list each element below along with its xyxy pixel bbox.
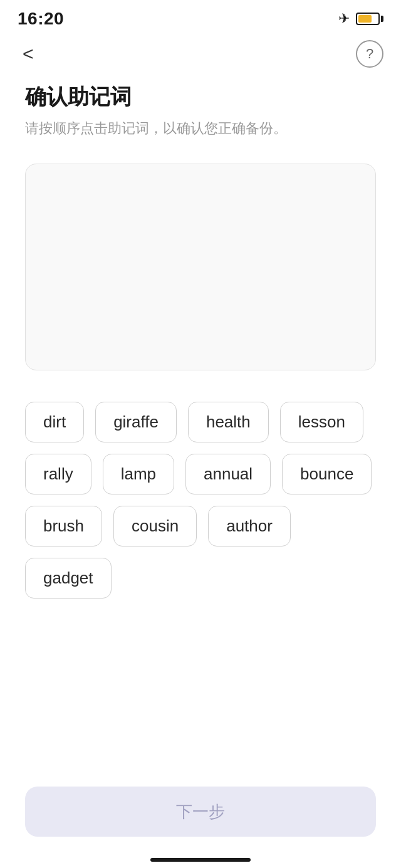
airplane-icon: ✈ (338, 11, 350, 27)
status-time: 16:20 (18, 9, 64, 29)
page-header: 确认助记词 请按顺序点击助记词，以确认您正确备份。 (0, 73, 401, 145)
word-pill[interactable]: rally (25, 454, 91, 494)
battery-tip (381, 16, 383, 22)
word-pill[interactable]: gadget (25, 558, 112, 599)
next-button-container: 下一步 (0, 787, 401, 837)
word-pill[interactable]: annual (185, 454, 271, 494)
back-button[interactable]: < (18, 42, 39, 66)
page-subtitle: 请按顺序点击助记词，以确认您正确备份。 (25, 118, 376, 139)
help-button[interactable]: ? (356, 40, 383, 68)
word-display-area[interactable] (25, 164, 376, 370)
word-pill[interactable]: cousin (113, 506, 197, 546)
status-bar: 16:20 ✈ (0, 0, 401, 35)
next-button-label: 下一步 (176, 801, 225, 823)
word-pill[interactable]: brush (25, 506, 102, 546)
word-pill[interactable]: lesson (280, 402, 363, 442)
word-pill[interactable]: giraffe (95, 402, 177, 442)
next-button[interactable]: 下一步 (25, 787, 376, 837)
battery-icon (356, 13, 383, 25)
status-icons: ✈ (338, 11, 383, 27)
word-pill[interactable]: health (188, 402, 269, 442)
nav-bar: < ? (0, 35, 401, 73)
help-icon: ? (366, 46, 373, 62)
word-pill[interactable]: lamp (103, 454, 174, 494)
battery-body (356, 13, 380, 25)
words-container: dirtgiraffehealthlessonrallylampannualbo… (0, 389, 401, 611)
home-indicator (150, 858, 251, 862)
word-pill[interactable]: author (208, 506, 291, 546)
word-pill[interactable]: bounce (282, 454, 372, 494)
battery-fill (358, 15, 372, 23)
word-pill[interactable]: dirt (25, 402, 84, 442)
page-title: 确认助记词 (25, 83, 376, 112)
